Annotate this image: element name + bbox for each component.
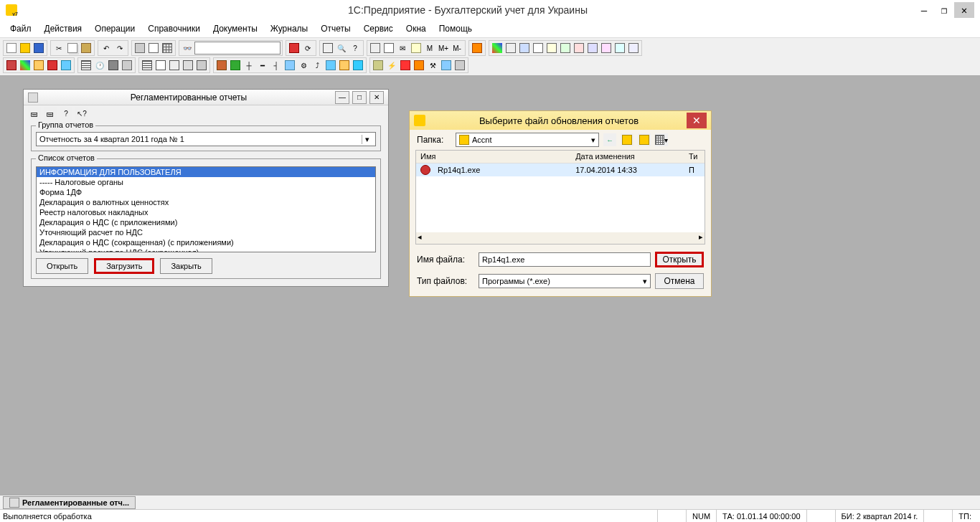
list-item[interactable]: Декларация о НДС (сокращенная) (с прилож… — [37, 237, 375, 247]
tb-grid-icon[interactable] — [161, 42, 174, 54]
list-item[interactable]: ----- Налоговые органы — [37, 177, 375, 187]
tb-tree-icon[interactable] — [321, 42, 334, 54]
tb-a2-icon[interactable] — [504, 42, 517, 54]
col-date[interactable]: Дата изменения — [571, 151, 684, 163]
tb2-b6-icon[interactable] — [283, 59, 296, 72]
tb2-c1-icon[interactable] — [372, 59, 385, 72]
tb2-12-icon[interactable] — [168, 59, 181, 72]
file-dialog-close-button[interactable]: ✕ — [687, 113, 707, 128]
list-item[interactable]: Декларация о НДС (с приложениями) — [37, 217, 375, 227]
list-item[interactable]: Уточняющий расчет по НДС (сокращенная) — [37, 247, 375, 252]
menu-file[interactable]: Файл — [4, 22, 37, 36]
nav-view-icon[interactable]: ▾ — [655, 133, 668, 146]
menu-windows[interactable]: Окна — [400, 22, 432, 36]
tb-paste-icon[interactable] — [80, 42, 93, 54]
reports-listbox[interactable]: ИНФОРМАЦИЯ ДЛЯ ПОЛЬЗОВАТЕЛЯ ----- Налого… — [36, 166, 376, 252]
tb2-b5-icon[interactable]: ┤ — [270, 59, 283, 72]
tb2-b3-icon[interactable]: ┼ — [242, 59, 255, 72]
tb-save-icon[interactable] — [32, 42, 45, 54]
list-item[interactable]: Декларация о валютных ценностях — [37, 197, 375, 207]
menu-catalogs[interactable]: Справочники — [142, 22, 206, 36]
tb-a11-icon[interactable] — [627, 42, 640, 54]
reports-max-button[interactable]: □ — [352, 91, 367, 104]
tb-mminus-icon[interactable]: M- — [451, 42, 463, 54]
tb2-c7-icon[interactable] — [453, 59, 466, 72]
tb-refresh-icon[interactable]: ⟳ — [301, 42, 314, 54]
nav-new-icon[interactable] — [638, 133, 651, 146]
tb2-c6-icon[interactable] — [440, 59, 453, 72]
maximize-button[interactable]: ❐ — [934, 2, 954, 18]
tb-copy-icon[interactable] — [66, 42, 79, 54]
tb-new-icon[interactable] — [5, 42, 18, 54]
menu-actions[interactable]: Действия — [39, 22, 88, 36]
tb-a9-icon[interactable] — [600, 42, 613, 54]
tb2-13-icon[interactable] — [182, 59, 194, 72]
tb2-c4-icon[interactable] — [413, 59, 425, 72]
file-row[interactable]: Rp14q1.exe 17.04.2014 14:33 П — [416, 163, 705, 176]
group-combo[interactable]: Отчетность за 4 квартал 2011 года № 1 ▾ — [36, 132, 376, 146]
col-type[interactable]: Ти — [684, 151, 705, 163]
tb2-b11-icon[interactable] — [352, 59, 364, 72]
tb2-c2-icon[interactable]: ⚡ — [385, 59, 398, 72]
tb2-2-icon[interactable] — [19, 59, 32, 72]
menu-journals[interactable]: Журналы — [265, 22, 314, 36]
tb-a1-icon[interactable] — [491, 42, 504, 54]
rep-tb4-icon[interactable]: ↖? — [75, 107, 88, 120]
close-button[interactable]: Закрыть — [160, 258, 212, 274]
tb-bino-icon[interactable]: 🔍 — [335, 42, 348, 54]
tb2-8-icon[interactable] — [107, 59, 120, 72]
menu-service[interactable]: Сервис — [358, 22, 399, 36]
menu-reports[interactable]: Отчеты — [315, 22, 356, 36]
tb-find-combo[interactable] — [194, 42, 281, 54]
tb2-1-icon[interactable] — [5, 59, 18, 72]
tb2-b7-icon[interactable]: ⚙ — [297, 59, 310, 72]
tb-a4-icon[interactable] — [532, 42, 545, 54]
taskbar-button[interactable]: Регламентированные отч... — [3, 496, 136, 509]
col-name[interactable]: Имя — [416, 151, 571, 163]
tb-m-icon[interactable]: M — [423, 42, 436, 54]
tb2-14-icon[interactable] — [195, 59, 208, 72]
open-file-button[interactable]: Открыть — [655, 252, 704, 267]
tb2-5-icon[interactable] — [60, 59, 72, 72]
list-item[interactable]: ИНФОРМАЦИЯ ДЛЯ ПОЛЬЗОВАТЕЛЯ — [37, 167, 375, 177]
tb-a8-icon[interactable] — [586, 42, 599, 54]
tb2-7-icon[interactable]: 🕐 — [93, 59, 106, 72]
tb-preview-icon[interactable] — [147, 42, 160, 54]
tb2-b8-icon[interactable]: ⤴ — [311, 59, 324, 72]
filetype-combo[interactable]: Программы (*.exe) ▾ — [479, 274, 651, 288]
list-item[interactable]: Реестр налоговых накладных — [37, 207, 375, 217]
tb-x-icon[interactable] — [288, 42, 301, 54]
tb-tile-icon[interactable] — [471, 42, 484, 54]
tb-open-icon[interactable] — [19, 42, 32, 54]
menu-help[interactable]: Помощь — [433, 22, 478, 36]
tb2-3-icon[interactable] — [32, 59, 45, 72]
tb-print-icon[interactable] — [133, 42, 146, 54]
rep-tb2-icon[interactable]: 🖴 — [44, 107, 57, 120]
tb2-b2-icon[interactable] — [229, 59, 242, 72]
open-button[interactable]: Открыть — [36, 258, 88, 274]
tb2-10-icon[interactable] — [141, 59, 154, 72]
tb2-b9-icon[interactable] — [324, 59, 337, 72]
tb-note-icon[interactable] — [410, 42, 423, 54]
tb2-4-icon[interactable] — [46, 59, 59, 72]
tb2-6-icon[interactable] — [80, 59, 93, 72]
tb2-c5-icon[interactable]: ⚒ — [426, 59, 439, 72]
tb-undo-icon[interactable]: ↶ — [100, 42, 113, 54]
tb-calc-icon[interactable] — [369, 42, 382, 54]
tb-cut-icon[interactable]: ✂ — [52, 42, 65, 54]
tb-a6-icon[interactable] — [559, 42, 572, 54]
tb-binoc-icon[interactable]: 👓 — [181, 42, 194, 54]
tb-a7-icon[interactable] — [573, 42, 585, 54]
list-item[interactable]: Форма 1ДФ — [37, 187, 375, 197]
tb-mplus-icon[interactable]: M+ — [437, 42, 450, 54]
tb2-c3-icon[interactable] — [399, 59, 412, 72]
menu-documents[interactable]: Документы — [207, 22, 263, 36]
tb-mail-icon[interactable]: ✉ — [396, 42, 409, 54]
menu-operations[interactable]: Операции — [89, 22, 141, 36]
reports-close-button[interactable]: ✕ — [369, 91, 384, 104]
tb2-b1-icon[interactable] — [215, 59, 228, 72]
tb-cal-icon[interactable] — [382, 42, 395, 54]
file-list[interactable]: Имя Дата изменения Ти Rp14q1.exe 17.04.2… — [415, 150, 705, 245]
horizontal-scrollbar[interactable]: ◂▸ — [416, 232, 705, 244]
tb-a10-icon[interactable] — [613, 42, 626, 54]
